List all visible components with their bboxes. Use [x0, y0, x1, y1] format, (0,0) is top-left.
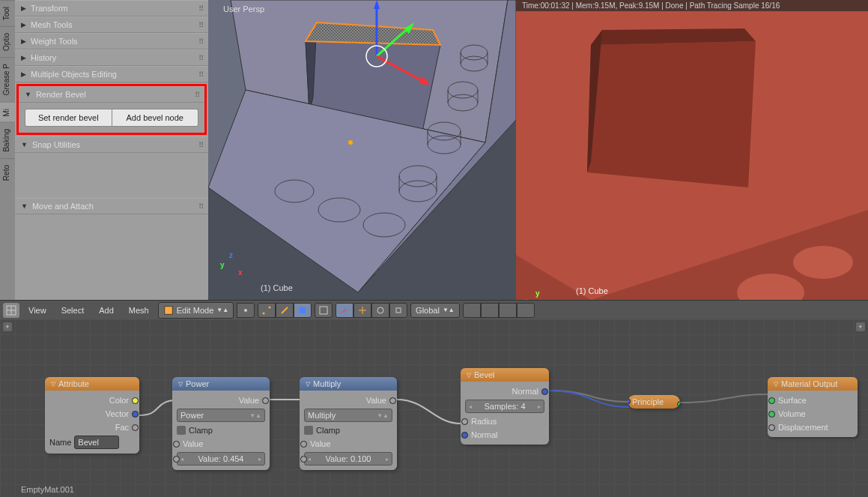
shader-socket-icon[interactable] — [768, 411, 775, 418]
attribute-name-input[interactable] — [74, 436, 119, 449]
value-input[interactable]: ◂Value: 0.454▸ — [177, 452, 265, 466]
clamp-checkbox[interactable] — [304, 426, 313, 435]
expand-panel-icon[interactable]: + — [856, 322, 865, 331]
edge-mode-button[interactable] — [276, 303, 294, 318]
translate-manipulator-button[interactable] — [353, 303, 371, 318]
vector-socket-icon[interactable] — [461, 432, 468, 439]
vector-socket-icon[interactable] — [132, 411, 139, 418]
svg-point-52 — [269, 306, 271, 308]
socket-label: Radius — [471, 417, 497, 426]
panel-label: Multiple Objects Editing — [31, 70, 117, 79]
panel-label: Mesh Tools — [31, 20, 72, 29]
menu-add[interactable]: Add — [93, 303, 120, 318]
collapse-arrow-icon: ▶ — [21, 21, 26, 28]
node-title: Attribute — [58, 379, 89, 388]
set-render-bevel-button[interactable]: Set render bevel — [25, 109, 112, 127]
panel-transform[interactable]: ▶Transform⠿ — [15, 0, 208, 16]
operation-dropdown[interactable]: Multiply▼▲ — [304, 409, 392, 422]
collapse-arrow-icon: ▶ — [21, 54, 26, 61]
tab-grease[interactable]: Grease P — [0, 57, 15, 101]
render-image — [516, 0, 868, 300]
value-socket-icon[interactable] — [461, 418, 468, 425]
layer-button[interactable] — [481, 303, 499, 318]
socket-label: Value — [239, 396, 259, 405]
vertex-select-icon[interactable] — [237, 303, 255, 318]
value-socket-icon[interactable] — [300, 441, 307, 448]
layer-button[interactable] — [499, 303, 517, 318]
add-bevel-node-button[interactable]: Add bevel node — [112, 109, 199, 127]
rotate-manipulator-button[interactable] — [371, 303, 389, 318]
value-input[interactable]: ◂Value: 0.100▸ — [304, 452, 392, 466]
mode-dropdown[interactable]: Edit Mode ▼▲ — [158, 302, 234, 319]
edit-mode-icon — [163, 305, 174, 316]
value-socket-icon[interactable] — [132, 424, 139, 431]
perspective-label: User Persp — [223, 4, 264, 13]
editor-type-icon[interactable] — [3, 303, 19, 318]
shader-socket-icon[interactable] — [677, 401, 680, 408]
node-material-output[interactable]: ▽Material Output Surface Volume Displace… — [768, 377, 858, 437]
vector-socket-icon[interactable] — [628, 398, 631, 405]
panel-render-bevel[interactable]: ▼Render Bevel⠿ — [19, 86, 204, 103]
drag-icon: ⠿ — [198, 21, 202, 29]
vertex-mode-button[interactable] — [258, 303, 276, 318]
node-principle[interactable]: Principle — [628, 395, 680, 409]
vector-socket-icon[interactable] — [541, 388, 548, 395]
samples-input[interactable]: ◂Samples: 4▸ — [465, 400, 544, 413]
3d-viewport[interactable]: User Persp zyx (1) Cube — [208, 0, 516, 300]
tab-reto[interactable]: Reto — [0, 158, 15, 187]
operation-dropdown[interactable]: Power▼▲ — [177, 409, 265, 422]
node-attribute[interactable]: ▽Attribute Color Vector Fac Name — [45, 377, 139, 454]
svg-point-43 — [793, 246, 853, 279]
drag-icon: ⠿ — [198, 37, 202, 46]
node-title: Multiply — [313, 379, 341, 388]
scale-manipulator-button[interactable] — [389, 303, 407, 318]
collapse-icon: ▽ — [51, 381, 55, 388]
tab-mi[interactable]: Mi — [0, 102, 15, 123]
value-socket-icon[interactable] — [389, 397, 396, 404]
value-socket-icon[interactable] — [173, 441, 180, 448]
shader-socket-icon[interactable] — [768, 397, 775, 404]
menu-mesh[interactable]: Mesh — [123, 303, 155, 318]
panel-move-attach[interactable]: ▼Move and Attach⠿ — [15, 198, 208, 214]
menu-select[interactable]: Select — [55, 303, 91, 318]
orientation-dropdown[interactable]: Global ▼▲ — [410, 303, 460, 318]
node-multiply[interactable]: ▽Multiply Value Multiply▼▲ Clamp Value ◂… — [300, 377, 397, 470]
expand-panel-icon[interactable]: + — [3, 322, 12, 331]
node-bevel[interactable]: ▽Bevel Normal ◂Samples: 4▸ Radius Normal — [461, 368, 549, 445]
value-socket-icon[interactable] — [300, 456, 307, 463]
panel-label: Weight Tools — [31, 37, 78, 46]
node-editor[interactable]: + + ▽Attribute Color Vector Fac Name ▽Po… — [0, 319, 868, 497]
value-socket-icon[interactable] — [173, 456, 180, 463]
value-socket-icon[interactable] — [768, 424, 775, 431]
socket-label: Value — [310, 439, 330, 448]
vector-socket-icon[interactable] — [628, 405, 631, 409]
drag-icon: ⠿ — [195, 91, 198, 99]
svg-rect-54 — [300, 307, 306, 313]
collapse-icon: ▽ — [306, 381, 310, 388]
panel-weight-tools[interactable]: ▶Weight Tools⠿ — [15, 33, 208, 49]
render-preview[interactable]: Time:00:01:32 | Mem:9.15M, Peak:9.15M | … — [516, 0, 868, 300]
layer-button[interactable] — [463, 303, 481, 318]
panel-snap-utilities[interactable]: ▼Snap Utilities⠿ — [15, 136, 208, 153]
panel-mesh-tools[interactable]: ▶Mesh Tools⠿ — [15, 16, 208, 33]
panel-multiple-objects[interactable]: ▶Multiple Objects Editing⠿ — [15, 66, 208, 82]
svg-point-51 — [263, 312, 265, 314]
manipulator-toggle-button[interactable] — [336, 303, 353, 318]
panel-history[interactable]: ▶History⠿ — [15, 49, 208, 66]
clamp-checkbox[interactable] — [177, 426, 186, 435]
node-power[interactable]: ▽Power Value Power▼▲ Clamp Value ◂Value:… — [172, 377, 270, 470]
socket-label: Color — [109, 396, 129, 405]
material-name-label: EmptyMat.001 — [21, 485, 74, 494]
menu-view[interactable]: View — [22, 303, 52, 318]
layer-button[interactable] — [517, 303, 535, 318]
value-socket-icon[interactable] — [262, 397, 269, 404]
tab-baking[interactable]: Baking — [0, 122, 15, 158]
limit-selection-button[interactable] — [315, 303, 333, 318]
drag-icon: ⠿ — [198, 202, 202, 211]
tab-options[interactable]: Optio — [0, 26, 15, 57]
color-socket-icon[interactable] — [132, 397, 139, 404]
face-mode-button[interactable] — [294, 303, 312, 318]
tab-tool[interactable]: Tool — [0, 0, 15, 26]
tool-shelf-tabs: Tool Optio Grease P Mi Baking Reto — [0, 0, 15, 300]
node-title: Principle — [632, 397, 664, 406]
